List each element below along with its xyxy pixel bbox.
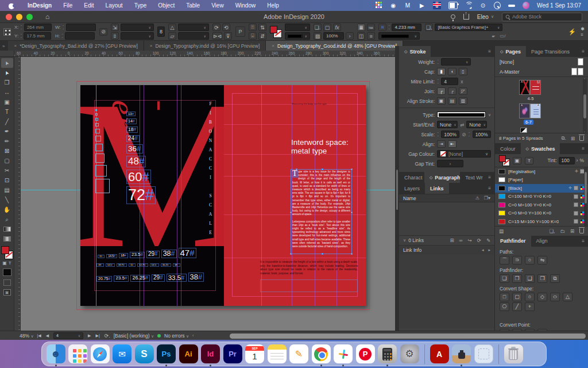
collapse-tabs-icon[interactable]: »: [0, 44, 8, 51]
control-menu-icon[interactable]: ≡: [581, 33, 585, 37]
preflight-dropdown[interactable]: No errors ∨: [164, 333, 189, 339]
scale-y-field[interactable]: [121, 32, 154, 40]
tab-character[interactable]: Charact: [399, 172, 424, 183]
cap-round-button[interactable]: ◖: [448, 68, 457, 75]
align-centre-button[interactable]: ▣: [437, 97, 446, 105]
corner-options-icon[interactable]: ⌗: [378, 24, 386, 31]
corner-stepper[interactable]: ⌃⌄: [388, 25, 390, 30]
scroll-left-icon[interactable]: ‹: [192, 334, 194, 338]
user-menu[interactable]: Eleo∨: [477, 14, 494, 20]
footnote-text[interactable]: It is impossible to measure the height o…: [260, 260, 358, 276]
vertical-ruler[interactable]: [14, 57, 21, 331]
direct-selection-tool[interactable]: ➤: [1, 68, 13, 78]
select-previous-button[interactable]: ⍗: [249, 32, 257, 40]
links-name-column[interactable]: Name: [403, 195, 416, 201]
constrain-dimensions-icon[interactable]: ⊘: [99, 28, 107, 36]
swatch-row[interactable]: C=0 M=0 Y=100 K=0 ✛: [495, 209, 588, 218]
acrobat-dock-icon[interactable]: A: [430, 344, 449, 363]
quick-apply-icon[interactable]: ⚡: [568, 28, 577, 36]
swatch-row[interactable]: [Black] ✛: [495, 184, 588, 193]
illustrator-dock-icon[interactable]: Ai: [179, 344, 198, 363]
page-number-field[interactable]: 4: [53, 332, 83, 339]
w-field[interactable]: [66, 24, 96, 31]
constrain-scale-link-icon[interactable]: 8: [157, 26, 165, 37]
swatch-row[interactable]: [Registration] ✛: [495, 167, 588, 176]
y-field[interactable]: 17.5 mm: [24, 32, 51, 40]
rotate-90-ccw-button[interactable]: ⟲: [222, 24, 230, 31]
indesign-dock-icon[interactable]: Id: [201, 344, 220, 363]
next-link-icon[interactable]: ▸: [488, 248, 490, 252]
pathfinder-button[interactable]: △: [563, 293, 572, 301]
tab-paragraph[interactable]: ◇Paragraph: [424, 172, 460, 183]
apple-menu-icon[interactable]: [8, 2, 15, 9]
pages-dock-icon[interactable]: ✎: [289, 344, 308, 363]
menu-item[interactable]: File: [57, 0, 78, 11]
finder-dock-icon[interactable]: ☻: [47, 344, 65, 363]
panel-menu-icon[interactable]: ≡: [578, 236, 588, 247]
kicker-text[interactable]: Measuring the body, not the type: [292, 102, 327, 105]
horizontal-scrollbar[interactable]: [230, 334, 586, 339]
menu-item[interactable]: View: [206, 0, 230, 11]
spotlight-icon[interactable]: [494, 2, 501, 9]
link-scale-icon[interactable]: ⊘: [462, 132, 466, 137]
delete-page-icon[interactable]: [579, 136, 584, 141]
panel-menu-icon[interactable]: ≡: [485, 172, 494, 183]
pathfinder-button[interactable]: ◇: [537, 293, 547, 301]
wireframe-folder-dock-icon[interactable]: [474, 344, 493, 363]
siri-icon[interactable]: [523, 2, 529, 9]
panel-menu-icon[interactable]: ≡: [485, 183, 494, 194]
stroke-weight-dropdown[interactable]: [285, 24, 310, 31]
corner-style-dropdown[interactable]: [378, 32, 420, 40]
rotation-field[interactable]: [178, 24, 209, 31]
close-tab-icon[interactable]: ×: [14, 43, 17, 48]
empty-text-frame[interactable]: [260, 279, 358, 292]
select-next-button[interactable]: ⇵: [258, 32, 266, 40]
menu-item[interactable]: Window: [230, 0, 262, 11]
document-tab[interactable]: ×Design_Typography.indd @ 16% [GPU Previ…: [144, 41, 266, 51]
photoshop-dock-icon[interactable]: Ps: [157, 344, 176, 363]
scrollbar-thumb[interactable]: [396, 170, 398, 210]
battery-icon[interactable]: [448, 2, 458, 9]
pathfinder-button[interactable]: ⎔: [500, 302, 509, 311]
spread-thumb-4-5[interactable]: A A: [519, 80, 541, 95]
pathfinder-button[interactable]: □: [500, 293, 509, 301]
selection-tool[interactable]: ➤: [1, 58, 13, 68]
account-icon[interactable]: ⊙: [479, 2, 486, 9]
start-dropdown[interactable]: None: [437, 121, 458, 128]
x-stepper[interactable]: ⌃⌄: [21, 25, 22, 30]
pen-tool[interactable]: ✒: [1, 126, 13, 136]
drop-shadow-button[interactable]: ▢: [323, 24, 331, 31]
cap-butt-button[interactable]: ▮: [437, 68, 446, 75]
chrome-dock-icon[interactable]: [312, 344, 331, 363]
object-style-dropdown[interactable]: [Basic Graphics Frame]+: [435, 24, 502, 31]
spreads-area[interactable]: A A 4-5 A A 6-7: [495, 76, 588, 133]
control-centre-icon[interactable]: [508, 2, 515, 9]
delete-swatch-icon[interactable]: [579, 228, 584, 233]
close-tab-icon[interactable]: ×: [150, 43, 153, 48]
align-inside-button[interactable]: ▤: [448, 97, 457, 105]
select-container-button[interactable]: ⍐: [249, 24, 257, 31]
pathfinder-button[interactable]: ⇋: [537, 256, 547, 264]
pathfinder-button[interactable]: ⧉: [550, 274, 560, 283]
close-tab-icon[interactable]: ×: [272, 43, 274, 48]
adobe-stock-search[interactable]: Adobe Stock: [502, 13, 582, 21]
calendar-dock-icon[interactable]: SEP1: [245, 344, 264, 363]
tint-field[interactable]: 100: [559, 157, 575, 164]
pathfinder-button[interactable]: ○: [525, 293, 535, 301]
wrap-bounding-button[interactable]: ≔: [367, 24, 375, 31]
swatch-row[interactable]: C=0 M=100 Y=0 K=0 ✛: [495, 201, 588, 209]
pencil-tool[interactable]: ✏: [1, 136, 13, 146]
pathfinder-button[interactable]: +: [525, 302, 535, 311]
spread-4-5[interactable]: M M -em 13#14#18#24#36#48#60#72# FIBONAC…: [80, 85, 366, 306]
relink-cc-icon[interactable]: ⊞: [450, 237, 454, 243]
document-tab[interactable]: ×*Design_Typography_Bad.indd @ 27% [GPU …: [8, 41, 144, 51]
join-bevel-button[interactable]: ◸: [459, 87, 467, 95]
free-transform-tool[interactable]: ⊡: [1, 175, 13, 185]
swatch-row[interactable]: C=15 M=100 Y=100 K=0 ✛: [495, 217, 588, 226]
slack-dock-icon[interactable]: [334, 344, 353, 363]
tab-links[interactable]: Links: [425, 183, 449, 194]
gradient-feather-tool[interactable]: [1, 234, 13, 244]
dock-divider[interactable]: [498, 344, 499, 364]
tab-text-wrap[interactable]: Text Wr: [460, 172, 485, 183]
master-a-row[interactable]: A-Master: [495, 67, 588, 76]
